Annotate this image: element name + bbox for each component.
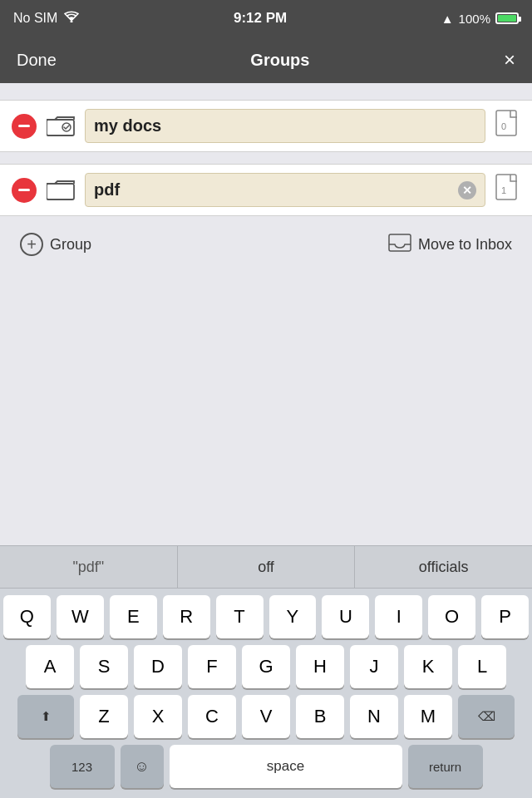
- key-n[interactable]: N: [350, 695, 398, 738]
- keyboard: "pdf" off officials QWERTYUIOP ASDFGHJKL…: [0, 545, 532, 798]
- keyboard-rows: QWERTYUIOP ASDFGHJKL ⬆ ZXCVBNM⌫ 123 ☺ sp…: [0, 589, 532, 798]
- space-key[interactable]: space: [170, 745, 402, 788]
- row-gap: [0, 154, 532, 164]
- close-button[interactable]: ×: [504, 50, 515, 70]
- key-row-4: 123 ☺ space return: [3, 745, 529, 788]
- key-e[interactable]: E: [110, 595, 157, 638]
- key-c[interactable]: C: [188, 695, 236, 738]
- add-circle-icon: +: [20, 233, 43, 256]
- group-row-2: ✕ 1: [0, 164, 532, 216]
- clear-button-2[interactable]: ✕: [458, 181, 476, 200]
- carrier-label: No SIM: [13, 11, 57, 26]
- inbox-icon: [388, 234, 411, 256]
- doc-count-icon-2: 1: [495, 174, 520, 207]
- key-z[interactable]: Z: [80, 695, 128, 738]
- key-r[interactable]: R: [163, 595, 210, 638]
- key-g[interactable]: G: [242, 645, 290, 688]
- add-group-button[interactable]: + Group: [20, 233, 91, 256]
- return-key[interactable]: return: [408, 745, 483, 788]
- doc-count-icon-1: 0: [495, 110, 520, 143]
- key-j[interactable]: J: [350, 645, 398, 688]
- svg-rect-1: [47, 120, 74, 135]
- key-d[interactable]: D: [134, 645, 182, 688]
- emoji-key[interactable]: ☺: [121, 745, 164, 788]
- svg-text:1: 1: [501, 185, 506, 195]
- status-time: 9:12 PM: [234, 10, 287, 27]
- svg-rect-5: [47, 184, 74, 200]
- autocomplete-item-1[interactable]: "pdf": [0, 546, 178, 588]
- status-bar: No SIM 9:12 PM ▲ 100%: [0, 0, 532, 37]
- group-name-input-1[interactable]: [85, 109, 485, 143]
- group-name-field-1[interactable]: [94, 116, 476, 135]
- folder-icon-2: [47, 177, 75, 204]
- battery-icon: [495, 12, 519, 24]
- key-q[interactable]: Q: [3, 595, 51, 638]
- key-f[interactable]: F: [188, 645, 236, 688]
- status-right: ▲ 100%: [441, 12, 519, 26]
- key-b[interactable]: B: [296, 695, 344, 738]
- nav-title: Groups: [250, 51, 309, 70]
- key-k[interactable]: K: [404, 645, 452, 688]
- minus-icon-2: [18, 189, 30, 191]
- status-left: No SIM: [13, 11, 79, 26]
- delete-button-2[interactable]: [12, 178, 37, 203]
- autocomplete-item-3[interactable]: officials: [355, 546, 532, 588]
- key-i[interactable]: I: [375, 595, 422, 638]
- svg-text:0: 0: [501, 121, 506, 131]
- add-group-label: Group: [50, 236, 91, 254]
- key-p[interactable]: P: [481, 595, 529, 638]
- key-t[interactable]: T: [216, 595, 264, 638]
- wifi-icon: [64, 11, 79, 26]
- action-bar: + Group Move to Inbox: [0, 218, 532, 271]
- delete-button-1[interactable]: [12, 114, 37, 139]
- key-h[interactable]: H: [296, 645, 344, 688]
- autocomplete-bar: "pdf" off officials: [0, 545, 532, 589]
- key-row-1: QWERTYUIOP: [3, 595, 529, 638]
- key-row-3: ⬆ ZXCVBNM⌫: [3, 695, 529, 738]
- key-a[interactable]: A: [26, 645, 74, 688]
- key-y[interactable]: Y: [269, 595, 317, 638]
- location-icon: ▲: [441, 12, 454, 26]
- folder-icon-1: [47, 113, 75, 140]
- key-row-2: ASDFGHJKL: [3, 645, 529, 688]
- battery-percent: 100%: [459, 12, 490, 26]
- key-s[interactable]: S: [80, 645, 128, 688]
- group-row-1: 0: [0, 100, 532, 152]
- key-w[interactable]: W: [57, 595, 104, 638]
- autocomplete-item-2[interactable]: off: [178, 546, 356, 588]
- group-name-field-2[interactable]: [94, 180, 458, 200]
- key-x[interactable]: X: [134, 695, 182, 738]
- nav-bar: Done Groups ×: [0, 37, 532, 83]
- numbers-key[interactable]: 123: [50, 745, 115, 788]
- group-name-input-2[interactable]: ✕: [85, 173, 485, 207]
- key-o[interactable]: O: [428, 595, 475, 638]
- svg-rect-8: [389, 234, 411, 251]
- done-button[interactable]: Done: [17, 51, 57, 70]
- move-inbox-label: Move to Inbox: [418, 236, 512, 254]
- shift-key[interactable]: ⬆: [17, 695, 74, 738]
- svg-point-0: [71, 21, 73, 23]
- content-area: 0 ✕ 1 + Grou: [0, 83, 532, 288]
- key-v[interactable]: V: [242, 695, 290, 738]
- key-m[interactable]: M: [404, 695, 452, 738]
- key-l[interactable]: L: [458, 645, 506, 688]
- key-u[interactable]: U: [322, 595, 369, 638]
- move-inbox-button[interactable]: Move to Inbox: [388, 234, 512, 256]
- minus-icon: [18, 125, 30, 127]
- backspace-key[interactable]: ⌫: [458, 695, 515, 738]
